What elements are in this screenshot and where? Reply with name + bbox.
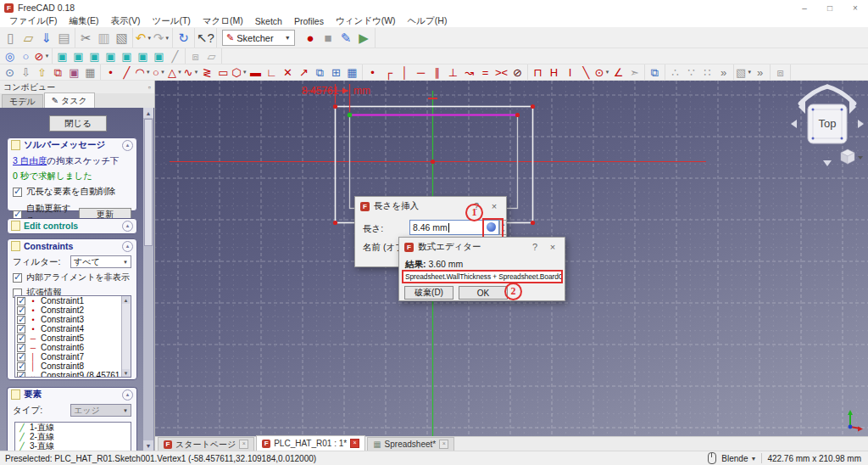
overflow-button[interactable]: »: [715, 64, 732, 80]
view-sketch-button[interactable]: ⊙: [2, 64, 18, 80]
constraint-perpendicular-button[interactable]: ⊥: [445, 64, 461, 80]
constraint-row[interactable]: ─Constraint5: [15, 333, 131, 343]
create-line-button[interactable]: ╱: [119, 64, 135, 80]
chevron-down-icon[interactable]: [858, 156, 863, 160]
overflow2-button[interactable]: »: [752, 64, 768, 80]
constraint-symmetric-button[interactable]: ><: [493, 64, 509, 80]
macro-edit-button[interactable]: ✎: [337, 29, 355, 47]
menu-sketch[interactable]: Sketch: [249, 16, 288, 26]
document-tab-start-page[interactable]: Fスタートページ×: [158, 437, 254, 451]
nav-left-icon[interactable]: [791, 120, 797, 128]
collapse-icon[interactable]: [122, 389, 133, 401]
bottom-view-button[interactable]: ▣: [135, 48, 151, 64]
auto-remove-checkbox[interactable]: [13, 188, 22, 197]
constraint-point-on-object-button[interactable]: ┌: [381, 64, 397, 80]
undo-button[interactable]: ↶▼: [135, 29, 153, 47]
constraint-radius-button[interactable]: ⊙▼: [594, 64, 610, 80]
whats-this-button[interactable]: ↖?: [197, 29, 214, 47]
open-folder-button[interactable]: ▱: [19, 29, 37, 47]
menu-help[interactable]: ヘルプ(H): [402, 15, 453, 27]
constraint-distance-button[interactable]: ╲: [578, 64, 594, 80]
macro-record-button[interactable]: ●: [302, 29, 320, 47]
constraint-row[interactable]: │Constraint8: [15, 361, 131, 371]
menu-profiles[interactable]: Profiles: [288, 16, 330, 26]
right-view-button[interactable]: ▣: [103, 48, 119, 64]
front-view-button[interactable]: ▣: [70, 48, 86, 64]
tab-close-button[interactable]: ×: [350, 439, 359, 448]
create-fillet-button[interactable]: ∟: [264, 64, 280, 80]
collapse-icon[interactable]: [122, 140, 133, 151]
validate-sketch-button[interactable]: ▣: [66, 64, 82, 80]
paste-button[interactable]: ▧: [113, 29, 131, 47]
create-arc-button[interactable]: ◠▼: [135, 64, 151, 80]
constraint-parallel-button[interactable]: ∥: [429, 64, 445, 80]
constraints-scrollbar[interactable]: ▲ ▼: [121, 296, 131, 377]
expression-input[interactable]: Spreadsheet.WallThickness + Spreadsheet.…: [402, 270, 563, 283]
scroll-up-icon[interactable]: ▲: [143, 108, 153, 118]
rotate-right-icon[interactable]: [827, 87, 854, 104]
toggle-driving-constraint-button[interactable]: ➣: [626, 64, 643, 80]
draw-style-button[interactable]: ⊘▼: [34, 48, 50, 64]
constraint-tangent-button[interactable]: ↝: [461, 64, 477, 80]
select-constraints-button[interactable]: ∷: [699, 64, 715, 80]
menu-window[interactable]: ウィンドウ(W): [330, 15, 402, 27]
vertex[interactable]: [333, 104, 337, 109]
constraint-vertical-distance-button[interactable]: I: [562, 64, 578, 80]
external-geometry-button[interactable]: ⧉: [312, 64, 328, 80]
preselected-vertex[interactable]: [348, 113, 353, 118]
constraint-row[interactable]: │Constraint7: [15, 352, 131, 361]
redo-button[interactable]: ↷▼: [153, 29, 170, 47]
create-polygon-button[interactable]: ⬡▼: [231, 64, 248, 80]
create-bspline-button[interactable]: ∿▼: [183, 64, 199, 80]
macro-play-button[interactable]: ▶: [355, 29, 373, 47]
rotate-left-icon[interactable]: [800, 87, 827, 104]
vertex[interactable]: [515, 113, 520, 117]
constraint-row[interactable]: •Constraint3: [15, 315, 131, 324]
menu-macro[interactable]: マクロ(M): [197, 15, 249, 27]
constraint-block-button[interactable]: ⊘: [509, 64, 526, 80]
navigation-cube[interactable]: Top: [788, 83, 866, 176]
scroll-up-icon[interactable]: ▲: [122, 296, 130, 304]
help-button[interactable]: ?: [528, 242, 542, 252]
rear-view-button[interactable]: ▣: [119, 48, 135, 64]
bspline-degree-button[interactable]: ▧▼: [736, 64, 752, 80]
create-circle-button[interactable]: ○▼: [151, 64, 167, 80]
navigation-style-selector[interactable]: Blende▼: [721, 454, 756, 463]
constraint-horizontal-button[interactable]: ─: [413, 64, 429, 80]
extend-edge-button[interactable]: ↗: [296, 64, 312, 80]
new-file-button[interactable]: ▯: [2, 29, 19, 47]
vertex[interactable]: [333, 221, 337, 225]
discard-button[interactable]: 破棄(D): [404, 286, 453, 300]
create-slot-button[interactable]: ▬: [248, 64, 264, 80]
origin-vertex[interactable]: [431, 160, 435, 164]
constraint-coincident-button[interactable]: •: [364, 64, 381, 80]
clone-button[interactable]: ⧉: [647, 64, 663, 80]
mirror-sketch-button[interactable]: ▦: [82, 64, 98, 80]
create-conic-button[interactable]: △▼: [167, 64, 183, 80]
top-view-button[interactable]: ▣: [86, 48, 103, 64]
collapse-icon[interactable]: [122, 221, 133, 232]
menu-view[interactable]: 表示(V): [104, 15, 146, 27]
constraint-row[interactable]: ─Constraint6: [15, 343, 131, 352]
menu-file[interactable]: ファイル(F): [3, 15, 63, 27]
constraint-horizontal-distance-button[interactable]: H: [546, 64, 562, 80]
create-rectangle-button[interactable]: ▭: [215, 64, 231, 80]
menu-tools[interactable]: ツール(T): [146, 15, 196, 27]
macro-stop-button[interactable]: ■: [320, 29, 337, 47]
tab-task[interactable]: ✎タスク: [44, 92, 95, 108]
refresh-button[interactable]: ↻: [175, 29, 192, 47]
close-button[interactable]: ×: [843, 0, 868, 15]
trim-edge-button[interactable]: ✕: [280, 64, 296, 80]
panel-scrollbar[interactable]: ▲ ▼: [143, 108, 153, 451]
document-tab-plc-hat-r01[interactable]: FPLC_HAT_R01 : 1*×: [256, 435, 365, 451]
dialog-close-button[interactable]: ×: [546, 242, 559, 252]
dialog-close-button[interactable]: ×: [487, 201, 501, 211]
constraint-row[interactable]: ↔Constraint9 (8.45761 mm): [15, 371, 131, 378]
constraint-lock-button[interactable]: ⊓: [530, 64, 546, 80]
create-polyline-button[interactable]: ≷: [199, 64, 215, 80]
select-redundant-button[interactable]: ∵: [683, 64, 699, 80]
close-task-button[interactable]: 閉じる: [49, 115, 107, 132]
fit-all-button[interactable]: ◎: [2, 48, 18, 64]
constraint-vertical-button[interactable]: │: [397, 64, 413, 80]
texture-mapping-button[interactable]: ▱: [203, 48, 220, 64]
